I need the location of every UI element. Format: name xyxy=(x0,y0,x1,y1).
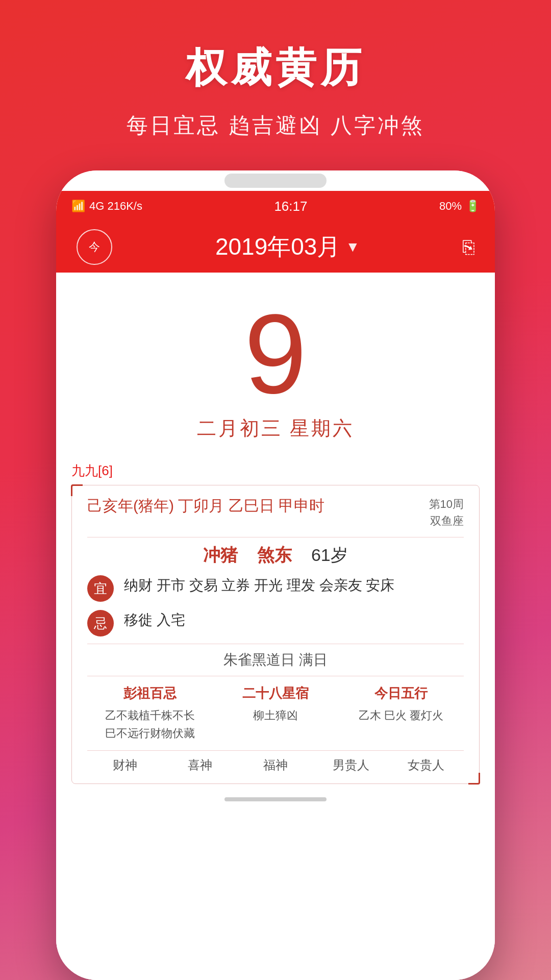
promo-title: 权威黄历 xyxy=(0,41,551,96)
dropdown-arrow: ▼ xyxy=(345,239,360,255)
status-time: 16:17 xyxy=(274,199,307,214)
yi-label: 宜 xyxy=(94,580,107,598)
battery-text: 80% xyxy=(439,200,462,213)
app-header: 今 2019年03月 ▼ ⎘ xyxy=(56,222,495,273)
yi-badge: 宜 xyxy=(87,575,114,602)
week-text: 第10周 xyxy=(429,496,464,512)
ganzhi-row: 己亥年(猪年) 丁卯月 乙巳日 甲申时 第10周 双鱼座 xyxy=(87,496,464,529)
month-text: 2019年03月 xyxy=(215,231,341,263)
day-number: 9 xyxy=(197,298,355,410)
divider-3 xyxy=(87,676,464,676)
col-star: 二十八星宿 柳土獐凶 xyxy=(213,684,338,742)
pengzu-line1: 乙不栽植千株不长 xyxy=(87,706,213,724)
promo-area: 权威黄历 每日宜忌 趋吉避凶 八字冲煞 xyxy=(0,0,551,170)
week-zodiac: 第10周 双鱼座 xyxy=(429,496,464,529)
wuxing-title: 今日五行 xyxy=(338,684,464,702)
phone-top-bar xyxy=(56,170,495,191)
today-label: 今 xyxy=(89,239,100,255)
pengzu-content: 乙不栽植千株不长 巳不远行财物伏藏 xyxy=(87,706,213,742)
date-display: 9 二月初三 星期六 xyxy=(197,273,355,452)
god-fushen: 福神 xyxy=(238,757,313,773)
divider-1 xyxy=(87,537,464,537)
ganzhi-text: 己亥年(猪年) 丁卯月 乙巳日 甲申时 xyxy=(87,496,324,517)
bottom-gods: 财神 喜神 福神 男贵人 女贵人 xyxy=(87,750,464,773)
star-content: 柳土獐凶 xyxy=(213,706,338,724)
divider-2 xyxy=(87,644,464,644)
status-left: 📶 4G 216K/s xyxy=(71,200,142,213)
home-indicator xyxy=(224,797,327,801)
chong-text: 冲猪 xyxy=(203,545,238,565)
status-right: 80% 🔋 xyxy=(439,200,480,213)
yi-content: 纳财 开市 交易 立券 开光 理发 会亲友 安床 xyxy=(124,574,394,597)
today-button[interactable]: 今 xyxy=(77,229,112,265)
detail-section: 九九[6] 己亥年(猪年) 丁卯月 乙巳日 甲申时 第10周 双鱼座 冲猪 煞东 xyxy=(56,462,495,784)
god-nanguiren: 男贵人 xyxy=(313,757,389,773)
wuxing-content: 乙木 巳火 覆灯火 xyxy=(338,706,464,724)
pengzu-title: 彭祖百忌 xyxy=(87,684,213,702)
phone-mockup: 📶 4G 216K/s 16:17 80% 🔋 今 2019年03月 ▼ ⎘ 9… xyxy=(56,170,495,980)
god-nvguiren: 女贵人 xyxy=(388,757,464,773)
ji-badge: 忌 xyxy=(87,610,114,636)
three-cols: 彭祖百忌 乙不栽植千株不长 巳不远行财物伏藏 二十八星宿 柳土獐凶 今日五行 乙… xyxy=(87,684,464,742)
ji-label: 忌 xyxy=(94,615,107,632)
yi-row: 宜 纳财 开市 交易 立券 开光 理发 会亲友 安床 xyxy=(87,574,464,602)
god-xishen: 喜神 xyxy=(163,757,238,773)
main-content: 9 二月初三 星期六 九九[6] 己亥年(猪年) 丁卯月 乙巳日 甲申时 第10… xyxy=(56,273,495,980)
col-wuxing: 今日五行 乙木 巳火 覆灯火 xyxy=(338,684,464,742)
signal-icon: 📶 xyxy=(71,200,85,213)
detail-card: 己亥年(猪年) 丁卯月 乙巳日 甲申时 第10周 双鱼座 冲猪 煞东 61岁 xyxy=(71,485,480,784)
zodiac-text: 双鱼座 xyxy=(429,512,464,529)
battery-icon: 🔋 xyxy=(466,200,480,213)
month-title[interactable]: 2019年03月 ▼ xyxy=(215,231,360,263)
bottom-hint xyxy=(224,784,327,815)
share-button[interactable]: ⎘ xyxy=(463,236,474,258)
promo-subtitle: 每日宜忌 趋吉避凶 八字冲煞 xyxy=(0,111,551,140)
signal-text: 4G 216K/s xyxy=(89,200,142,213)
nine-nine-label: 九九[6] xyxy=(71,462,480,480)
star-title: 二十八星宿 xyxy=(213,684,338,702)
god-caishen: 财神 xyxy=(87,757,163,773)
zhuru-row: 朱雀黑道日 满日 xyxy=(87,650,464,670)
ji-row: 忌 移徙 入宅 xyxy=(87,609,464,636)
age-text: 61岁 xyxy=(311,545,348,565)
sha-text: 煞东 xyxy=(257,545,292,565)
status-bar: 📶 4G 216K/s 16:17 80% 🔋 xyxy=(56,191,495,222)
lunar-info: 二月初三 星期六 xyxy=(197,415,355,442)
notch xyxy=(224,174,327,188)
ji-content: 移徙 入宅 xyxy=(124,609,185,632)
pengzu-line2: 巳不远行财物伏藏 xyxy=(87,724,213,742)
col-pengzu: 彭祖百忌 乙不栽植千株不长 巳不远行财物伏藏 xyxy=(87,684,213,742)
chong-row: 冲猪 煞东 61岁 xyxy=(87,544,464,567)
